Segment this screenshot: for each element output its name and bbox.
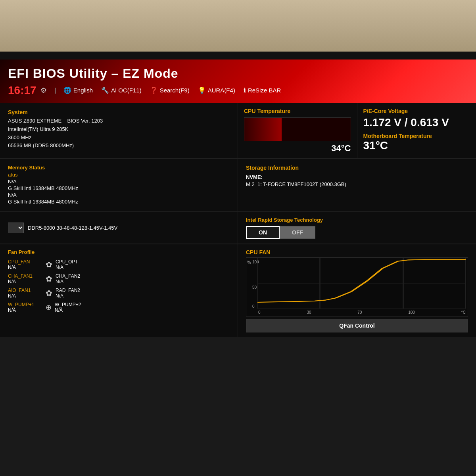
nvme-device-1: M.2_1: T-FORCE TM8FF1002T (2000.3GB) xyxy=(246,181,468,187)
x-axis-labels: 0 30 70 100 °C xyxy=(258,310,466,315)
voltage-panel: P/E-Core Voltage 1.172 V / 0.613 V Mothe… xyxy=(357,103,476,158)
language-button[interactable]: 🌐 English xyxy=(60,86,96,95)
aio-fan1-name: AIO_FAN1 xyxy=(8,288,40,293)
board-info: ASUS Z890 EXTREME BIOS Ver. 1203 xyxy=(8,117,230,125)
wpump1-name: W_PUMP+1 xyxy=(8,302,40,307)
cpu-name: Intel(TM) Ultra 9 285K xyxy=(18,126,69,132)
header-nav: 16:17 ⚙ | 🌐 English 🔧 AI OC(F11) ❓ Searc… xyxy=(8,84,468,97)
search-icon: ❓ xyxy=(150,86,158,94)
cpu-fan-name: CPU_FAN xyxy=(8,259,40,265)
temp-voltage-row: CPU Temperature 34°C P/E-Core Voltage 1.… xyxy=(238,103,476,158)
system-info-label: System xyxy=(8,109,230,115)
cha-fan1-rpm: N/A xyxy=(8,279,40,284)
x-unit-label: °C xyxy=(461,310,466,315)
cpu-fan-rpm: N/A xyxy=(8,265,40,270)
wpump2-name: W_PUMP+2 xyxy=(55,302,81,307)
board-name: ASUS Z890 EXTREME xyxy=(8,118,61,124)
fan-section: Fan Profile CPU_FAN N/A ✿ CPU_OPT N/A CH… xyxy=(0,244,476,337)
fan-chart-area: % 100 50 0 0 30 70 xyxy=(246,257,468,317)
cpu-temp-label: CPU Temperature xyxy=(244,108,351,114)
xmp-irst-row: ▼ XMP DOCP DDR5-8000 38-48-48-128-1.45V-… xyxy=(0,212,476,244)
globe-icon: 🌐 xyxy=(63,86,71,94)
system-info-panel: System ASUS Z890 EXTREME BIOS Ver. 1203 … xyxy=(0,103,238,159)
y-axis-label: % xyxy=(247,260,251,265)
freq-value: 3600 MHz xyxy=(8,134,31,140)
qfan-button[interactable]: QFan Control xyxy=(246,319,468,332)
resize-bar-button[interactable]: ℹ ReSize BAR xyxy=(240,86,284,95)
nvme-label: NVME: xyxy=(246,174,468,180)
memory-value: 65536 MB (DDR5 8000MHz) xyxy=(8,142,74,148)
ddr-config-panel: ▼ XMP DOCP DDR5-8000 38-48-48-128-1.45V-… xyxy=(0,212,238,244)
irst-off-button[interactable]: OFF xyxy=(280,226,315,239)
cpu-opt-fan-icon: ✿ xyxy=(46,260,52,269)
middle-row: Memory Status atus N/A G Skill Intl 1638… xyxy=(0,159,476,212)
cpu-temp-panel: CPU Temperature 34°C xyxy=(238,103,357,158)
mb-temp-label: Motherboard Temperature xyxy=(363,133,470,139)
memory-info: 65536 MB (DDR5 8000MHz) xyxy=(8,142,230,150)
irst-on-button[interactable]: ON xyxy=(246,226,280,239)
fan-profile-label: Fan Profile xyxy=(8,249,230,255)
cpu-opt-rpm: N/A xyxy=(56,265,78,270)
fan-cha-fan1: CHA_FAN1 N/A ✿ CHA_FAN2 N/A xyxy=(8,273,230,284)
bios-main: System ASUS Z890 EXTREME BIOS Ver. 1203 … xyxy=(0,103,476,159)
memory-status-label: Memory Status xyxy=(8,165,230,171)
wpump2-rpm: N/A xyxy=(55,307,81,313)
search-button[interactable]: ❓ Search(F9) xyxy=(147,86,193,95)
rad-fan2-rpm: N/A xyxy=(56,293,80,299)
bios-header: EFI BIOS Utility – EZ Mode 16:17 ⚙ | 🌐 E… xyxy=(0,60,476,103)
ddr-config-value: DDR5-8000 38-48-48-128-1.45V-1.45V xyxy=(28,225,117,231)
cha-fan1-name: CHA_FAN1 xyxy=(8,273,40,279)
x-100-label: 100 xyxy=(408,310,415,315)
y-50-label: 50 xyxy=(252,285,257,290)
mem-slot-b2: G Skill Intl 16384MB 4800MHz xyxy=(8,185,230,191)
cpu-temp-value: 34°C xyxy=(331,143,351,154)
x-30-label: 30 xyxy=(307,310,311,315)
time-display: 16:17 xyxy=(8,84,36,97)
mem-slot-na1: N/A xyxy=(8,178,230,184)
mem-slot-na2: N/A xyxy=(8,192,230,198)
irst-panel: Intel Rapid Storage Technology ON OFF xyxy=(238,212,476,244)
cpu-opt-name: CPU_OPT xyxy=(56,259,78,265)
storage-panel: Storage Information NVME: M.2_1: T-FORCE… xyxy=(238,159,476,212)
irst-toggle: ON OFF xyxy=(246,226,468,239)
aura-icon: 💡 xyxy=(198,86,206,94)
irst-label: Intel Rapid Storage Technology xyxy=(246,217,468,223)
cpu-freq: 3600 MHz xyxy=(8,134,230,142)
fan-profile-panel: Fan Profile CPU_FAN N/A ✿ CPU_OPT N/A CH… xyxy=(0,244,238,337)
x-70-label: 70 xyxy=(357,310,362,315)
wpump1-rpm: N/A xyxy=(8,307,40,313)
xmp-dropdown[interactable]: ▼ XMP DOCP xyxy=(8,223,24,233)
x-0-label: 0 xyxy=(258,310,261,315)
fan-wpump1: W_PUMP+1 N/A ⊕ W_PUMP+2 N/A xyxy=(8,302,230,313)
rad-fan2-name: RAD_FAN2 xyxy=(56,288,80,293)
storage-label: Storage Information xyxy=(246,165,468,171)
cpu-fan-chart-panel: CPU FAN % 100 50 0 0 30 xyxy=(238,244,476,337)
rad-fan2-icon: ✿ xyxy=(46,288,52,298)
monitor-bezel xyxy=(0,52,476,60)
right-top: CPU Temperature 34°C P/E-Core Voltage 1.… xyxy=(238,103,476,159)
cpu-info: IntelIntel(TM) Ultra 9 285K xyxy=(8,125,230,134)
cpu-temp-value-row: 34°C xyxy=(244,143,351,154)
fan-cpu-fan: CPU_FAN N/A ✿ CPU_OPT N/A xyxy=(8,259,230,270)
bios-version: BIOS Ver. 1203 xyxy=(67,118,103,124)
cpu-temp-bar-container xyxy=(244,117,351,141)
aio-fan1-rpm: N/A xyxy=(8,293,40,299)
aura-button[interactable]: 💡 AURA(F4) xyxy=(195,86,238,95)
cpu-temp-bar-fill xyxy=(244,118,282,141)
bios-title: EFI BIOS Utility – EZ Mode xyxy=(8,66,468,81)
ai-oc-icon: 🔧 xyxy=(101,86,109,94)
mem-slot-d2: G Skill Intl 16384MB 4800MHz xyxy=(8,199,230,205)
cpu-fan-chart-label: CPU FAN xyxy=(246,249,468,255)
fan-curve-svg xyxy=(257,258,466,309)
voltage-label: P/E-Core Voltage xyxy=(363,108,470,114)
voltage-value: 1.172 V / 0.613 V xyxy=(363,116,470,129)
wpump2-icon: ⊕ xyxy=(46,303,52,312)
cha-fan2-rpm: N/A xyxy=(56,279,80,284)
resize-bar-icon: ℹ xyxy=(244,86,246,94)
y-0-label: 0 xyxy=(252,304,255,309)
nav-separator: | xyxy=(55,87,56,94)
memory-status-panel: Memory Status atus N/A G Skill Intl 1638… xyxy=(0,159,238,212)
ai-oc-button[interactable]: 🔧 AI OC(F11) xyxy=(98,86,145,95)
settings-icon[interactable]: ⚙ xyxy=(40,86,47,95)
desk-background xyxy=(0,0,476,52)
